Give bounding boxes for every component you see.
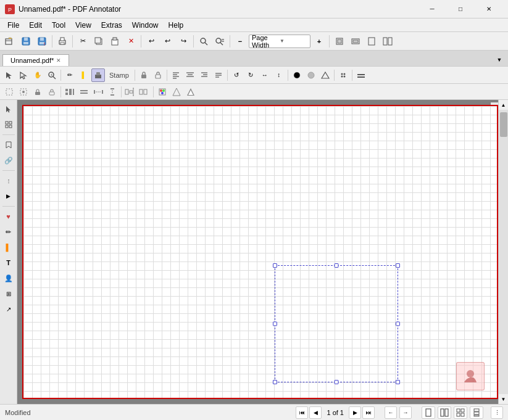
grid-view[interactable] <box>454 406 467 419</box>
scroll-up-btn[interactable]: ▲ <box>499 100 509 110</box>
zoom-plus-button[interactable]: + <box>312 34 327 49</box>
lp-bookmark[interactable] <box>2 138 15 152</box>
scroll-down-btn[interactable]: ▼ <box>499 394 509 404</box>
lp-heart[interactable]: ♥ <box>2 210 15 223</box>
pdf-area[interactable]: ▲ ▼ <box>17 100 508 404</box>
menu-help[interactable]: Help <box>164 20 189 31</box>
color-picker[interactable] <box>290 68 304 82</box>
sub-align2[interactable] <box>77 85 91 99</box>
sub-lock2[interactable] <box>45 85 59 99</box>
lp-link[interactable]: 🔗 <box>2 154 15 167</box>
pencil-tool[interactable]: ✏ <box>63 68 77 82</box>
lp-stamp[interactable]: ⊞ <box>2 287 15 300</box>
menu-extras[interactable]: Extras <box>96 20 127 31</box>
sub-tb-btn1[interactable] <box>2 85 16 99</box>
rotate-left[interactable]: ↺ <box>230 68 243 82</box>
first-page-btn[interactable]: ⏮ <box>296 406 308 419</box>
menu-view[interactable]: View <box>70 20 96 31</box>
lp-cursor[interactable] <box>2 102 15 116</box>
tab-dropdown[interactable]: ▼ <box>493 54 506 66</box>
search2-button[interactable] <box>212 34 227 49</box>
unlock-group[interactable] <box>151 68 165 82</box>
forward-btn[interactable]: → <box>399 406 412 419</box>
vertical-scrollbar[interactable]: ▲ ▼ <box>498 100 508 404</box>
align-center[interactable] <box>183 68 197 82</box>
lp-arrow2[interactable]: ↗ <box>2 302 15 316</box>
lp-text[interactable]: T <box>2 256 15 270</box>
sub-color1[interactable] <box>156 85 169 99</box>
sub-size1[interactable] <box>123 85 137 99</box>
flip-h[interactable]: ↔ <box>258 68 272 82</box>
maximize-button[interactable]: □ <box>446 0 475 19</box>
align-right[interactable] <box>198 68 211 82</box>
sub-tb-btn2[interactable] <box>17 85 30 99</box>
save-button[interactable] <box>19 34 33 49</box>
fit-double-button[interactable] <box>380 34 395 49</box>
menu-window[interactable]: Window <box>127 20 164 31</box>
flip-v[interactable]: ↕ <box>272 68 286 82</box>
hand-tool[interactable]: ✋ <box>31 68 44 82</box>
next-page-btn[interactable]: ▶ <box>349 406 361 419</box>
rotate-right[interactable]: ↻ <box>244 68 257 82</box>
lp-marker[interactable]: ▌ <box>2 241 15 254</box>
copy-button[interactable] <box>91 34 106 49</box>
sub-shadow2[interactable] <box>184 85 198 99</box>
lock-group[interactable] <box>137 68 151 82</box>
scroll-track[interactable] <box>499 110 509 394</box>
lp-thumbnails[interactable] <box>2 118 15 131</box>
lp-person[interactable]: 👤 <box>2 271 15 285</box>
delete-button[interactable]: ✕ <box>123 34 138 49</box>
two-page-view[interactable] <box>438 406 451 419</box>
tab-close-icon[interactable]: ✕ <box>56 57 61 64</box>
magnify-tool[interactable]: + <box>45 68 59 82</box>
paste-button[interactable] <box>107 34 122 49</box>
redo-button[interactable]: ↪ <box>176 34 191 49</box>
tab-unnamed[interactable]: Unnamed.pdf* ✕ <box>2 54 69 66</box>
open-button[interactable] <box>2 34 17 49</box>
align-justify[interactable] <box>212 68 225 82</box>
opacity-tool[interactable] <box>304 68 318 82</box>
highlight-tool[interactable]: ▌ <box>77 68 91 82</box>
sub-color2[interactable] <box>170 85 183 99</box>
menu-edit[interactable]: Edit <box>24 20 47 31</box>
page-width-dropdown[interactable]: Page Width ▼ <box>249 35 310 48</box>
fit-width-button[interactable] <box>348 34 363 49</box>
menu-file[interactable]: File <box>2 20 24 31</box>
search-button[interactable] <box>196 34 211 49</box>
undo-button[interactable]: ↩ <box>144 34 159 49</box>
scroll-thumb[interactable] <box>500 112 507 137</box>
close-button[interactable]: ✕ <box>475 0 503 19</box>
sub-size2[interactable] <box>138 85 151 99</box>
minimize-button[interactable]: ─ <box>418 0 446 19</box>
grid-tool[interactable] <box>336 68 350 82</box>
stamp-tool[interactable] <box>91 68 105 82</box>
svg-rect-67 <box>69 89 72 95</box>
print-button[interactable] <box>55 34 70 49</box>
sub-space-h[interactable] <box>91 85 105 99</box>
single-page-view[interactable] <box>422 406 435 419</box>
back-btn[interactable]: ← <box>385 406 397 419</box>
title-bar: P Unnamed.pdf* - PDF Annotator ─ □ ✕ <box>0 0 508 19</box>
fit-page-button[interactable] <box>332 34 347 49</box>
shadow-tool[interactable] <box>319 68 332 82</box>
sub-align1[interactable] <box>63 85 77 99</box>
undo2-button[interactable]: ↩ <box>160 34 175 49</box>
fit-single-button[interactable] <box>364 34 379 49</box>
prev-page-btn[interactable]: ◀ <box>309 406 322 419</box>
continuous-view[interactable] <box>470 406 483 419</box>
select2-tool[interactable] <box>17 68 30 82</box>
sub-lock1[interactable] <box>31 85 44 99</box>
menu-tool[interactable]: Tool <box>47 20 70 31</box>
lp-pen[interactable]: ✏ <box>2 225 15 239</box>
lp-arrow[interactable]: ▶ <box>2 189 15 203</box>
cut-button[interactable]: ✂ <box>75 34 90 49</box>
select-tool[interactable] <box>2 68 16 82</box>
align-left[interactable] <box>169 68 183 82</box>
sub-space-v[interactable] <box>106 85 119 99</box>
lp-more1[interactable]: ⋮ <box>2 174 15 187</box>
zoom-minus-button[interactable]: − <box>233 34 248 49</box>
last-page-btn[interactable]: ⏭ <box>362 406 375 419</box>
more-status-btn[interactable]: ⋮ <box>491 406 503 419</box>
more-tools[interactable] <box>354 68 368 82</box>
save2-button[interactable]: ! <box>35 34 49 49</box>
